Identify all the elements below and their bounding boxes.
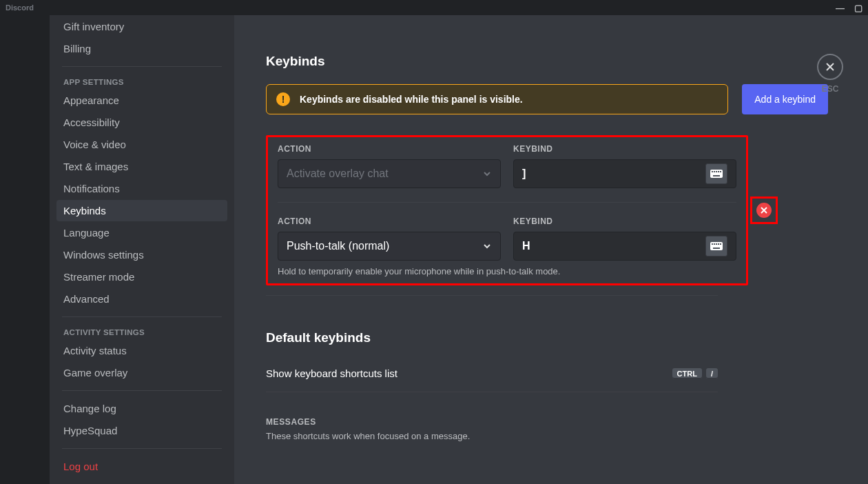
divider bbox=[62, 390, 222, 391]
sidebar-item-billing[interactable]: Billing bbox=[56, 38, 227, 59]
svg-rect-10 bbox=[716, 243, 717, 245]
sidebar-item-gift-inventory[interactable]: Gift inventory bbox=[56, 16, 227, 37]
svg-rect-12 bbox=[720, 243, 721, 245]
close-icon bbox=[825, 61, 836, 72]
keybinds-disabled-warning: ! Keybinds are disabled while this panel… bbox=[266, 84, 728, 114]
sidebar-item-label: Windows settings bbox=[63, 249, 144, 261]
delete-keybind-button[interactable] bbox=[756, 203, 772, 218]
default-keybinds-title: Default keybinds bbox=[266, 330, 828, 345]
titlebar: Discord — ▢ bbox=[0, 0, 868, 15]
record-keybind-button[interactable] bbox=[705, 163, 727, 184]
messages-subheading: MESSAGES bbox=[266, 417, 828, 427]
keybind-label: KEYBIND bbox=[513, 144, 736, 154]
sidebar-item-appearance[interactable]: Appearance bbox=[56, 90, 227, 111]
sidebar-item-label: Accessibility bbox=[63, 117, 120, 128]
svg-rect-1 bbox=[712, 171, 713, 172]
category-activity-settings: ACTIVITY SETTINGS bbox=[56, 324, 227, 339]
keyboard-icon bbox=[710, 170, 723, 178]
sidebar-item-notifications[interactable]: Notifications bbox=[56, 178, 227, 199]
sidebar-item-activity-status[interactable]: Activity status bbox=[56, 340, 227, 361]
sidebar-item-hypesquad[interactable]: HypeSquad bbox=[56, 420, 227, 441]
svg-rect-5 bbox=[720, 171, 721, 172]
svg-rect-0 bbox=[710, 170, 723, 178]
chevron-down-icon bbox=[482, 241, 492, 251]
svg-rect-8 bbox=[712, 243, 713, 245]
sidebar-item-text-images[interactable]: Text & images bbox=[56, 156, 227, 177]
logout-label: Log out bbox=[63, 461, 98, 472]
settings-content: ESC Keybinds ! Keybinds are disabled whi… bbox=[234, 15, 868, 484]
sidebar-item-language[interactable]: Language bbox=[56, 222, 227, 243]
keybind-input-0[interactable]: ] bbox=[513, 159, 736, 188]
keybind-value: ] bbox=[522, 168, 526, 180]
keybind-rows-highlight: ACTION Activate overlay chat KEYBIND ] bbox=[266, 135, 748, 285]
sidebar-item-label: Text & images bbox=[63, 161, 128, 172]
delete-highlight bbox=[750, 196, 778, 224]
sidebar-item-game-overlay[interactable]: Game overlay bbox=[56, 362, 227, 383]
sidebar-item-label: Change log bbox=[63, 403, 116, 414]
messages-description: These shortcuts work when focused on a m… bbox=[266, 431, 828, 441]
key-cap: CTRL bbox=[672, 368, 702, 379]
sidebar-item-label: HypeSquad bbox=[63, 425, 117, 436]
svg-rect-3 bbox=[716, 171, 717, 172]
svg-rect-2 bbox=[714, 171, 715, 172]
sidebar-item-label: Notifications bbox=[63, 183, 120, 194]
esc-label: ESC bbox=[822, 84, 839, 94]
divider bbox=[62, 316, 222, 317]
sidebar-item-logout[interactable]: Log out bbox=[56, 456, 227, 477]
svg-rect-11 bbox=[718, 243, 719, 245]
warning-text: Keybinds are disabled while this panel i… bbox=[300, 94, 523, 105]
warning-icon: ! bbox=[276, 92, 290, 106]
svg-rect-7 bbox=[710, 242, 723, 250]
sidebar-item-label: Keybinds bbox=[63, 205, 106, 216]
sidebar-item-label: Voice & video bbox=[63, 139, 126, 150]
sidebar-item-label: Game overlay bbox=[63, 367, 127, 379]
record-keybind-button[interactable] bbox=[705, 236, 727, 256]
sidebar-item-label: Appearance bbox=[63, 94, 119, 106]
keybind-input-1[interactable]: H bbox=[513, 232, 736, 261]
action-select-1[interactable]: Push-to-talk (normal) bbox=[278, 232, 501, 261]
chevron-down-icon bbox=[482, 169, 492, 179]
sidebar-item-keybinds[interactable]: Keybinds bbox=[56, 200, 227, 221]
keyboard-icon bbox=[710, 242, 723, 250]
close-icon bbox=[761, 207, 767, 214]
close-settings-button[interactable] bbox=[817, 54, 843, 80]
category-app-settings: APP SETTINGS bbox=[56, 74, 227, 89]
sidebar-item-change-log[interactable]: Change log bbox=[56, 398, 227, 419]
action-label: ACTION bbox=[278, 144, 501, 154]
guild-bar bbox=[0, 15, 50, 484]
shortcut-label: Show keyboard shortcuts list bbox=[266, 367, 397, 379]
action-label: ACTION bbox=[278, 216, 501, 226]
window-maximize-icon[interactable]: ▢ bbox=[854, 3, 862, 13]
settings-sidebar: Gift inventoryBilling APP SETTINGS Appea… bbox=[50, 15, 234, 484]
sidebar-item-label: Gift inventory bbox=[63, 21, 124, 32]
divider bbox=[62, 448, 222, 449]
sidebar-item-accessibility[interactable]: Accessibility bbox=[56, 112, 227, 133]
key-cap: / bbox=[706, 368, 718, 379]
sidebar-item-streamer-mode[interactable]: Streamer mode bbox=[56, 266, 227, 288]
add-keybind-button[interactable]: Add a keybind bbox=[742, 84, 828, 114]
action-select-0[interactable]: Activate overlay chat bbox=[278, 159, 501, 188]
keybind-label: KEYBIND bbox=[513, 216, 736, 226]
keybind-help-text: Hold to temporarily enable your micropho… bbox=[278, 266, 736, 276]
default-keybind-row: Show keyboard shortcuts list CTRL / bbox=[266, 366, 718, 392]
svg-rect-4 bbox=[718, 171, 719, 172]
sidebar-item-voice-video[interactable]: Voice & video bbox=[56, 134, 227, 155]
sidebar-item-advanced[interactable]: Advanced bbox=[56, 288, 227, 310]
sidebar-item-windows-settings[interactable]: Windows settings bbox=[56, 244, 227, 265]
action-select-value: Push-to-talk (normal) bbox=[287, 240, 389, 252]
window-minimize-icon[interactable]: — bbox=[836, 3, 845, 13]
page-title: Keybinds bbox=[266, 54, 828, 69]
app-name: Discord bbox=[6, 3, 34, 12]
divider bbox=[266, 295, 718, 296]
svg-rect-13 bbox=[713, 248, 720, 249]
sidebar-item-label: Activity status bbox=[63, 345, 127, 356]
keybind-value: H bbox=[522, 240, 530, 252]
action-select-value: Activate overlay chat bbox=[287, 168, 389, 180]
sidebar-item-label: Streamer mode bbox=[63, 271, 134, 283]
sidebar-item-label: Billing bbox=[63, 43, 91, 54]
sidebar-item-label: Advanced bbox=[63, 293, 110, 305]
sidebar-item-label: Language bbox=[63, 227, 110, 239]
svg-rect-9 bbox=[714, 243, 715, 245]
divider bbox=[278, 202, 736, 203]
divider bbox=[62, 66, 222, 67]
